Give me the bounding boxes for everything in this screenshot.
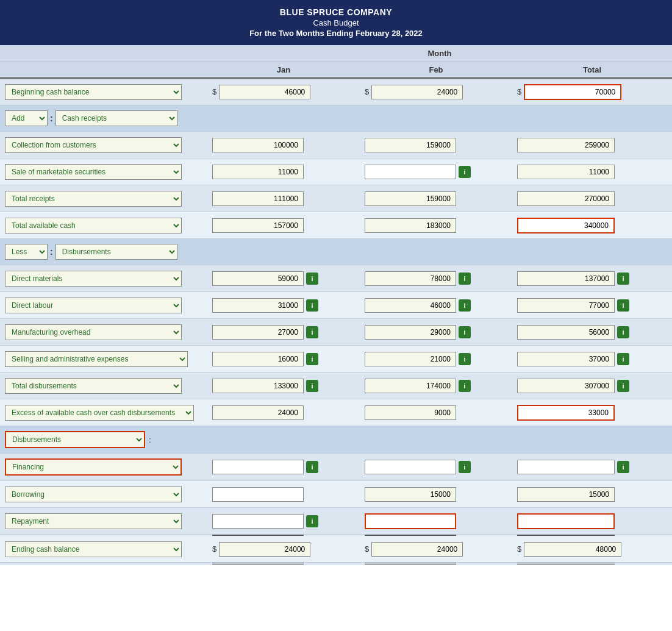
mfg-overhead-jan-info-btn[interactable]: i bbox=[306, 326, 318, 338]
total-disb-total-input[interactable] bbox=[517, 379, 615, 393]
direct-materials-feb-info-btn[interactable]: i bbox=[459, 273, 471, 285]
ending-cash-feb-input[interactable] bbox=[371, 542, 463, 557]
borrowing-total-input[interactable] bbox=[517, 487, 615, 502]
total-receipts-feb-input[interactable] bbox=[365, 191, 456, 206]
add-select[interactable]: Add bbox=[5, 110, 48, 126]
ending-cash-jan-input[interactable] bbox=[219, 542, 310, 557]
col-header-feb: Feb bbox=[360, 62, 512, 77]
manufacturing-overhead-select[interactable]: Manufacturing overhead bbox=[5, 324, 182, 340]
total-disb-feb-info-btn[interactable]: i bbox=[459, 380, 471, 392]
direct-labour-feb-input[interactable] bbox=[365, 298, 456, 313]
selling-admin-jan-info-btn[interactable]: i bbox=[306, 353, 318, 365]
beginning-cash-jan-input[interactable] bbox=[219, 85, 310, 99]
sale-feb-info-btn[interactable]: i bbox=[459, 166, 471, 178]
direct-materials-select[interactable]: Direct materials bbox=[5, 271, 182, 287]
selling-admin-total-input[interactable] bbox=[517, 352, 615, 366]
financing-total-info-btn[interactable]: i bbox=[617, 461, 629, 473]
row-total-disbursements: Total disbursements i i i bbox=[0, 373, 672, 399]
total-disbursements-select[interactable]: Total disbursements bbox=[5, 378, 182, 394]
row-collection-customers: Collection from customers bbox=[0, 132, 672, 159]
ending-cash-total-input[interactable] bbox=[524, 542, 621, 557]
mfg-overhead-total-input[interactable] bbox=[517, 325, 615, 340]
cash-receipts-select[interactable]: Cash receipts bbox=[55, 110, 177, 126]
less-select[interactable]: Less bbox=[5, 244, 48, 260]
selling-admin-feb-input[interactable] bbox=[365, 352, 456, 366]
total-disb-total-info-btn[interactable]: i bbox=[617, 380, 629, 392]
sale-jan-input[interactable] bbox=[212, 165, 304, 179]
row-manufacturing-overhead: Manufacturing overhead i i i bbox=[0, 319, 672, 346]
total-receipts-total-input[interactable] bbox=[517, 191, 615, 206]
selling-admin-select[interactable]: Selling and administrative expenses bbox=[5, 351, 188, 367]
direct-labour-total-input[interactable] bbox=[517, 298, 615, 313]
repayment-jan-info-btn[interactable]: i bbox=[306, 515, 318, 527]
borrowing-select[interactable]: Borrowing bbox=[5, 487, 182, 502]
direct-materials-total-info-btn[interactable]: i bbox=[617, 273, 629, 285]
selling-admin-jan-input[interactable] bbox=[212, 352, 304, 366]
total-disb-feb-input[interactable] bbox=[365, 379, 456, 393]
disbursements-type-select[interactable]: Disbursements bbox=[55, 244, 177, 260]
selling-admin-feb-info-btn[interactable]: i bbox=[459, 353, 471, 365]
repayment-total-input[interactable] bbox=[517, 513, 615, 529]
financing-jan-input[interactable] bbox=[212, 460, 304, 474]
row-sale-marketable: Sale of marketable securities i bbox=[0, 159, 672, 185]
total-available-jan-input[interactable] bbox=[212, 218, 304, 233]
financing-feb-input[interactable] bbox=[365, 460, 456, 474]
direct-labour-feb-info-btn[interactable]: i bbox=[459, 299, 471, 312]
sale-total-input[interactable] bbox=[517, 165, 615, 179]
total-disb-jan-input[interactable] bbox=[212, 379, 304, 393]
row-total-receipts: Total receipts bbox=[0, 185, 672, 212]
borrowing-feb-input[interactable] bbox=[365, 487, 456, 502]
beginning-cash-total-input[interactable] bbox=[524, 84, 621, 100]
selling-admin-total-info-btn[interactable]: i bbox=[617, 353, 629, 365]
sale-marketable-select[interactable]: Sale of marketable securities bbox=[5, 164, 182, 180]
jan-dollar-ending: $ bbox=[212, 544, 216, 554]
repayment-feb-input[interactable] bbox=[365, 513, 456, 529]
total-receipts-jan-input[interactable] bbox=[212, 191, 304, 206]
financing-select[interactable]: Financing bbox=[5, 458, 182, 476]
mfg-overhead-feb-input[interactable] bbox=[365, 325, 456, 340]
direct-materials-feb-input[interactable] bbox=[365, 271, 456, 286]
excess-cash-total-input[interactable] bbox=[517, 405, 615, 421]
direct-labour-jan-info-btn[interactable]: i bbox=[306, 299, 318, 312]
sale-feb-input[interactable] bbox=[365, 165, 456, 179]
beginning-cash-feb-input[interactable] bbox=[371, 85, 463, 99]
mfg-overhead-jan-input[interactable] bbox=[212, 325, 304, 340]
total-disb-jan-info-btn[interactable]: i bbox=[306, 380, 318, 392]
financing-total-input[interactable] bbox=[517, 460, 615, 474]
borrowing-jan-input[interactable] bbox=[212, 487, 304, 502]
excess-cash-feb-input[interactable] bbox=[365, 405, 456, 420]
row-direct-materials: Direct materials i i i bbox=[0, 265, 672, 292]
row-beginning-cash-balance: Beginning cash balance $ $ $ bbox=[0, 79, 672, 105]
financing-feb-info-btn[interactable]: i bbox=[459, 461, 471, 473]
repayment-jan-input[interactable] bbox=[212, 514, 304, 529]
direct-materials-jan-input[interactable] bbox=[212, 271, 304, 286]
collection-jan-input[interactable] bbox=[212, 138, 304, 152]
row-borrowing: Borrowing bbox=[0, 481, 672, 508]
collection-customers-select[interactable]: Collection from customers bbox=[5, 137, 182, 153]
direct-labour-select[interactable]: Direct labour bbox=[5, 298, 182, 313]
row-direct-labour: Direct labour i i i bbox=[0, 292, 672, 319]
mfg-overhead-feb-info-btn[interactable]: i bbox=[459, 326, 471, 338]
direct-materials-total-input[interactable] bbox=[517, 271, 615, 286]
total-receipts-select[interactable]: Total receipts bbox=[5, 191, 182, 207]
direct-materials-jan-info-btn[interactable]: i bbox=[306, 273, 318, 285]
total-available-cash-select[interactable]: Total available cash bbox=[5, 218, 182, 234]
beginning-cash-balance-select[interactable]: Beginning cash balance bbox=[5, 84, 182, 100]
row-excess-cash: Excess of available cash over cash disbu… bbox=[0, 399, 672, 426]
excess-cash-jan-input[interactable] bbox=[212, 405, 304, 420]
mfg-overhead-total-info-btn[interactable]: i bbox=[617, 326, 629, 338]
collection-total-input[interactable] bbox=[517, 138, 615, 152]
ending-cash-balance-select[interactable]: Ending cash balance bbox=[5, 541, 182, 557]
direct-labour-total-info-btn[interactable]: i bbox=[617, 299, 629, 312]
total-available-feb-input[interactable] bbox=[365, 218, 456, 233]
row-financing: Financing i i i bbox=[0, 454, 672, 481]
excess-cash-select[interactable]: Excess of available cash over cash disbu… bbox=[5, 405, 194, 421]
repayment-select[interactable]: Repayment bbox=[5, 513, 182, 529]
total-available-total-input[interactable] bbox=[517, 218, 615, 234]
direct-labour-jan-input[interactable] bbox=[212, 298, 304, 313]
financing-jan-info-btn[interactable]: i bbox=[306, 461, 318, 473]
collection-feb-input[interactable] bbox=[365, 138, 456, 152]
total-dollar-ending: $ bbox=[517, 544, 521, 554]
disbursements-label-select[interactable]: Disbursements bbox=[5, 431, 145, 448]
col-header-total: Total bbox=[512, 62, 672, 77]
